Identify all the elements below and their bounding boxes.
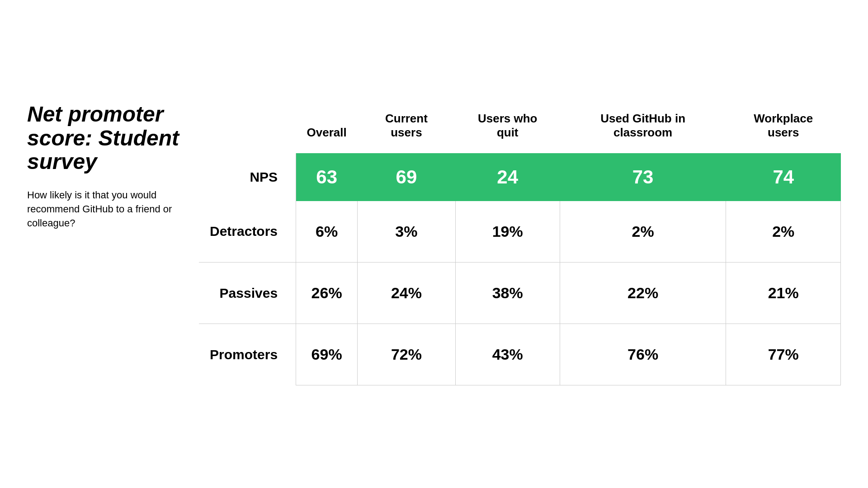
table-header-row: Overall Current users Users who quit Use… [199,103,841,154]
detractors-row: Detractors 6% 3% 19% 2% 2% [199,201,841,263]
promoters-overall: 69% [296,324,358,385]
passives-workplace-users: 21% [726,263,841,324]
col-header-current-users: Current users [358,103,455,154]
left-panel: Net promoter score: Student survey How l… [27,103,199,230]
detractors-users-who-quit: 19% [455,201,560,263]
col-header-used-github-classroom: Used GitHub in classroom [560,103,726,154]
col-header-overall: Overall [296,103,358,154]
col-header-workplace-users: Workplace users [726,103,841,154]
nps-users-who-quit: 24 [455,154,560,201]
detractors-label: Detractors [199,201,296,263]
data-table-wrapper: Overall Current users Users who quit Use… [199,103,841,385]
nps-table: Overall Current users Users who quit Use… [199,103,841,385]
nps-current-users: 69 [358,154,455,201]
promoters-label: Promoters [199,324,296,385]
nps-overall: 63 [296,154,358,201]
detractors-used-github-classroom: 2% [560,201,726,263]
passives-current-users: 24% [358,263,455,324]
page-title: Net promoter score: Student survey [27,103,181,174]
col-header-users-who-quit: Users who quit [455,103,560,154]
page-container: Net promoter score: Student survey How l… [27,103,841,385]
passives-label: Passives [199,263,296,324]
nps-data-row: NPS 63 69 24 73 74 [199,154,841,201]
detractors-overall: 6% [296,201,358,263]
nps-used-github-classroom: 73 [560,154,726,201]
promoters-row: Promoters 69% 72% 43% 76% 77% [199,324,841,385]
page-subtitle: How likely is it that you would recommen… [27,188,181,230]
passives-row: Passives 26% 24% 38% 22% 21% [199,263,841,324]
passives-overall: 26% [296,263,358,324]
nps-row-label: NPS [199,154,296,201]
nps-workplace-users: 74 [726,154,841,201]
passives-used-github-classroom: 22% [560,263,726,324]
promoters-used-github-classroom: 76% [560,324,726,385]
promoters-current-users: 72% [358,324,455,385]
detractors-current-users: 3% [358,201,455,263]
passives-users-who-quit: 38% [455,263,560,324]
col-header-empty [199,103,296,154]
promoters-users-who-quit: 43% [455,324,560,385]
detractors-workplace-users: 2% [726,201,841,263]
promoters-workplace-users: 77% [726,324,841,385]
